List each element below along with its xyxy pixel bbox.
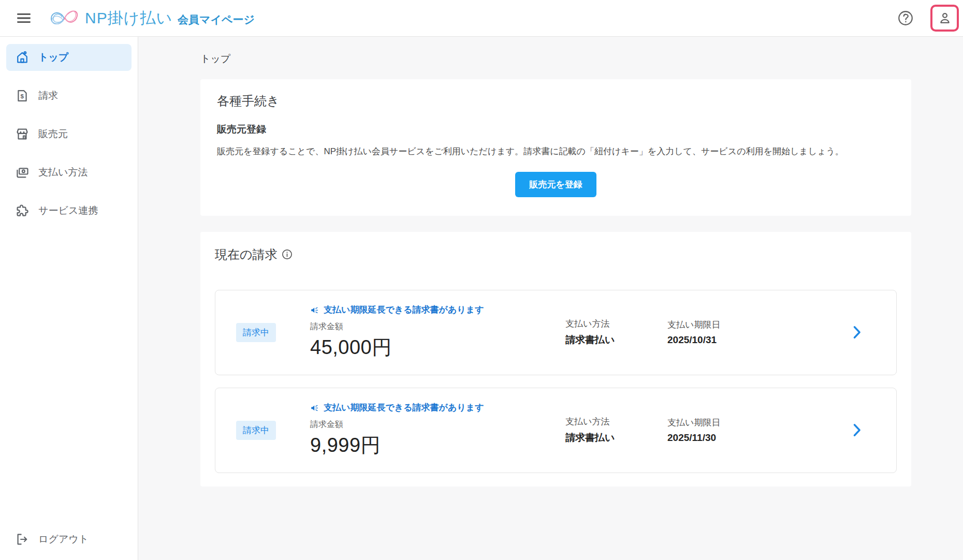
sidebar-nav: トップ $ 請求 販売元 (0, 37, 138, 560)
sidebar-item-billing[interactable]: $ 請求 (6, 82, 132, 109)
sidebar-item-label: トップ (38, 51, 68, 64)
extension-notice-text: 支払い期限延長できる請求書があります (324, 402, 484, 414)
header-actions (895, 5, 959, 32)
logout-icon (15, 532, 30, 547)
logout-label: ログアウト (38, 533, 89, 546)
sidebar-item-label: サービス連携 (38, 204, 98, 217)
brand-logo[interactable]: NP掛け払い 会員マイページ (49, 6, 255, 30)
extension-notice-link[interactable]: 支払い期限延長できる請求書があります (310, 402, 565, 414)
amount-value: 9,999円 (310, 432, 565, 459)
amount-label: 請求金額 (310, 321, 565, 332)
puzzle-icon (15, 203, 30, 218)
due-date-label: 支払い期限日 (667, 319, 792, 331)
megaphone-icon (310, 305, 319, 315)
payment-method-value: 請求書払い (565, 431, 667, 445)
logout-button[interactable]: ログアウト (6, 526, 132, 553)
help-icon (897, 9, 914, 27)
chevron-right-icon (850, 324, 864, 341)
seller-registration-subtitle: 販売元登録 (217, 123, 895, 136)
payment-icon (15, 165, 30, 180)
svg-text:$: $ (21, 93, 24, 99)
payment-method-label: 支払い方法 (565, 318, 667, 330)
app-header: NP掛け払い 会員マイページ (0, 0, 963, 37)
home-icon (15, 50, 30, 65)
user-icon (937, 10, 953, 26)
amount-label: 請求金額 (310, 419, 565, 430)
due-date-value: 2025/11/30 (667, 432, 792, 444)
status-badge: 請求中 (236, 323, 276, 342)
app-window: NP掛け払い 会員マイページ (0, 0, 963, 560)
info-icon[interactable] (281, 248, 293, 260)
sidebar-item-label: 請求 (38, 89, 58, 102)
main-content: トップ 各種手続き 販売元登録 販売元を登録することで、NP掛け払い会員サービス… (138, 37, 963, 560)
seller-registration-description: 販売元を登録することで、NP掛け払い会員サービスをご利用いただけます。請求書に記… (217, 145, 895, 158)
sidebar-item-label: 支払い方法 (38, 166, 87, 179)
hamburger-icon (16, 11, 32, 25)
amount-value: 45,000円 (310, 334, 565, 361)
due-date-label: 支払い期限日 (667, 417, 792, 429)
payment-method-value: 請求書払い (565, 333, 667, 347)
brand-name: NP掛け払い (85, 8, 172, 29)
chevron-right-icon (850, 422, 864, 438)
menu-icon[interactable] (12, 7, 35, 30)
sidebar-item-top[interactable]: トップ (6, 44, 132, 71)
procedures-title: 各種手続き (217, 93, 895, 109)
invoice-detail-chevron[interactable] (850, 422, 864, 438)
status-badge: 請求中 (236, 421, 276, 440)
sidebar-item-label: 販売元 (38, 127, 68, 141)
invoice-icon: $ (15, 89, 30, 103)
extension-notice-text: 支払い期限延長できる請求書があります (324, 304, 484, 316)
sidebar-item-service-link[interactable]: サービス連携 (6, 197, 132, 224)
due-date-value: 2025/10/31 (667, 334, 792, 346)
current-billing-card: 現在の請求 請求中 (200, 232, 911, 487)
sidebar-item-payment-method[interactable]: 支払い方法 (6, 159, 132, 186)
sidebar-item-seller[interactable]: 販売元 (6, 121, 132, 148)
np-logo-swirl-icon (49, 6, 81, 30)
register-seller-button[interactable]: 販売元を登録 (515, 172, 596, 197)
invoice-row[interactable]: 請求中 支払い期限延長できる請求書があります 請求金額 45,000円 (215, 290, 897, 375)
invoice-detail-chevron[interactable] (850, 324, 864, 341)
brand-suffix: 会員マイページ (178, 9, 255, 27)
extension-notice-link[interactable]: 支払い期限延長できる請求書があります (310, 304, 565, 316)
procedures-card: 各種手続き 販売元登録 販売元を登録することで、NP掛け払い会員サービスをご利用… (200, 79, 911, 216)
help-button[interactable] (895, 8, 916, 28)
current-billing-title: 現在の請求 (215, 246, 278, 263)
store-icon (15, 127, 30, 141)
payment-method-label: 支払い方法 (565, 416, 667, 428)
user-account-button[interactable] (930, 5, 959, 32)
megaphone-icon (310, 403, 319, 412)
invoice-row[interactable]: 請求中 支払い期限延長できる請求書があります 請求金額 9,999円 (215, 388, 897, 473)
breadcrumb: トップ (200, 52, 911, 66)
